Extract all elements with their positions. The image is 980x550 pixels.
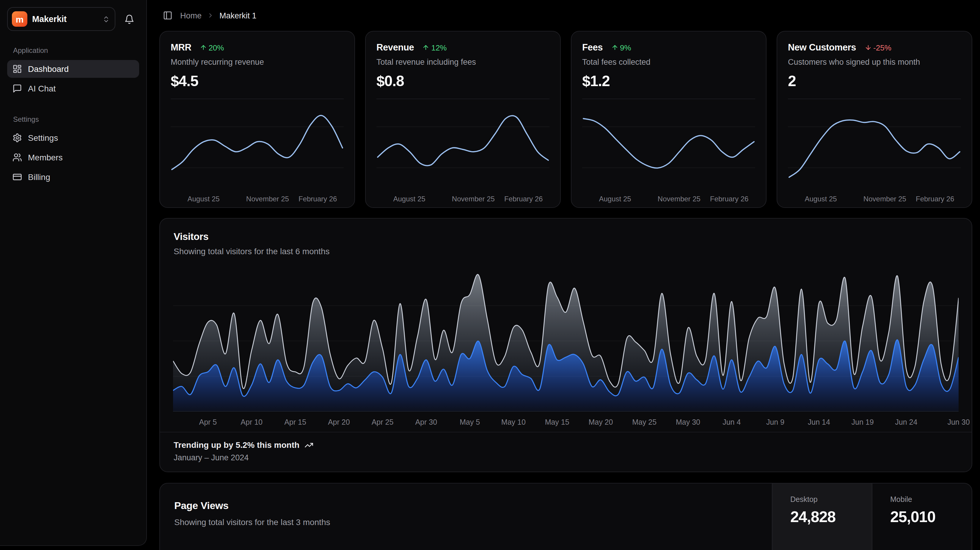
date-range-text: January – June 2024	[173, 453, 958, 462]
users-icon	[13, 153, 22, 162]
visitors-chart	[173, 270, 959, 412]
sidebar-item-billing[interactable]: Billing	[7, 168, 139, 186]
x-tick-label: February 26	[504, 195, 542, 203]
x-tick-label: Apr 15	[284, 418, 306, 426]
stat-title: Revenue	[376, 42, 414, 53]
x-tick-label: Jun 9	[766, 418, 784, 426]
x-tick-label: May 25	[632, 418, 657, 426]
sidebar-nav-application: Dashboard AI Chat	[7, 60, 139, 97]
notifications-button[interactable]	[119, 9, 139, 29]
trend-value: 12%	[431, 43, 447, 52]
workspace-selector[interactable]: m Makerkit	[7, 7, 115, 31]
stat-value: $4.5	[171, 73, 344, 90]
tab-mobile[interactable]: Mobile 25,010	[872, 483, 972, 550]
trend-value: 9%	[620, 43, 631, 52]
bell-icon	[124, 14, 134, 24]
sidebar-item-dashboard[interactable]: Dashboard	[7, 60, 139, 78]
page-views-title: Page Views	[174, 500, 757, 512]
x-tick-label: Jun 19	[851, 418, 874, 426]
arrow-down-icon	[864, 44, 872, 51]
x-tick-label: February 26	[299, 195, 337, 203]
sparkline-section: August 25 November 25 February 26	[171, 98, 344, 207]
dashboard-grid-icon	[13, 64, 22, 74]
x-tick-label: Apr 10	[240, 418, 262, 426]
sidebar-item-settings[interactable]: Settings	[7, 129, 139, 147]
x-tick-label: November 25	[864, 195, 906, 203]
tab-desktop[interactable]: Desktop 24,828	[772, 483, 872, 550]
sparkline-x-labels: August 25 November 25 February 26	[788, 192, 961, 207]
visitors-x-axis: Apr 5Apr 10Apr 15Apr 20Apr 25Apr 30May 5…	[173, 414, 959, 432]
sidebar-section-application: Application	[13, 46, 133, 55]
page-views-header: Page Views Showing total visitors for th…	[160, 483, 772, 550]
stat-title: MRR	[171, 42, 191, 53]
visitors-header: Visitors Showing total visitors for the …	[160, 231, 972, 256]
sidebar-item-label: Members	[28, 153, 63, 162]
makerkit-logo: m	[12, 11, 27, 27]
stat-card-new-customers: New Customers -25% Customers who signed …	[776, 31, 972, 208]
sparkline-chart	[171, 103, 344, 192]
trend-value: -25%	[873, 43, 891, 52]
panel-left-icon	[163, 11, 172, 20]
stat-card-revenue: Revenue 12% Total revenue including fees…	[365, 31, 561, 208]
stat-title: New Customers	[788, 42, 856, 53]
sparkline-chart	[788, 103, 961, 192]
workspace-row: m Makerkit	[7, 7, 139, 31]
x-tick-label: May 15	[545, 418, 570, 426]
x-tick-label: Apr 25	[372, 418, 394, 426]
x-tick-label: November 25	[452, 195, 495, 203]
visitors-title: Visitors	[173, 231, 958, 243]
x-tick-label: August 25	[599, 195, 631, 203]
x-tick-label: February 26	[916, 195, 954, 203]
sparkline-section: August 25 November 25 February 26	[788, 98, 961, 207]
sparkline-chart	[582, 103, 755, 192]
workspace-name: Makerkit	[32, 14, 97, 24]
sparkline-x-labels: August 25 November 25 February 26	[582, 192, 755, 207]
trend-badge: -25%	[864, 43, 891, 52]
x-tick-label: May 5	[460, 418, 480, 426]
stat-subtitle: Customers who signed up this month	[788, 58, 961, 67]
stat-value: $1.2	[582, 73, 755, 90]
sidebar-item-label: Billing	[28, 172, 50, 182]
breadcrumb: Home Makerkit 1	[159, 0, 972, 31]
sidebar-item-label: AI Chat	[28, 84, 56, 93]
x-tick-label: Jun 24	[895, 418, 917, 426]
sidebar-item-ai-chat[interactable]: AI Chat	[7, 79, 139, 97]
x-tick-label: August 25	[393, 195, 425, 203]
sidebar-item-members[interactable]: Members	[7, 149, 139, 166]
logo-letter: m	[16, 14, 24, 24]
trending-up-icon	[304, 441, 313, 449]
trend-badge: 9%	[611, 43, 631, 52]
tab-label: Mobile	[890, 495, 912, 504]
chevron-right-icon	[207, 12, 214, 19]
trend-value: 20%	[208, 43, 224, 52]
app-root: m Makerkit Application Dashboard	[0, 0, 980, 550]
tab-value: 24,828	[790, 508, 835, 526]
stat-value: $0.8	[376, 73, 549, 90]
x-tick-label: Apr 30	[415, 418, 437, 426]
trend-badge: 12%	[422, 43, 447, 52]
x-tick-label: May 10	[501, 418, 526, 426]
sparkline-x-labels: August 25 November 25 February 26	[376, 192, 549, 207]
trend-badge: 20%	[199, 43, 224, 52]
gear-icon	[13, 133, 22, 143]
stat-head: Revenue 12%	[376, 42, 549, 53]
breadcrumb-home[interactable]: Home	[180, 11, 202, 20]
sidebar-toggle-button[interactable]	[161, 8, 175, 22]
stat-subtitle: Monthly recurring revenue	[171, 58, 344, 67]
chevrons-up-down-icon	[102, 15, 110, 23]
stat-card-mrr: MRR 20% Monthly recurring revenue $4.5 A…	[159, 31, 355, 208]
x-tick-label: Jun 14	[808, 418, 830, 426]
tab-label: Desktop	[790, 495, 818, 504]
credit-card-icon	[13, 172, 22, 182]
x-tick-label: August 25	[805, 195, 837, 203]
x-tick-label: August 25	[188, 195, 220, 203]
tab-value: 25,010	[890, 508, 935, 526]
arrow-up-icon	[422, 44, 430, 51]
breadcrumb-current: Makerkit 1	[220, 11, 256, 20]
x-tick-label: Apr 5	[199, 418, 217, 426]
x-tick-label: May 30	[676, 418, 700, 426]
x-tick-label: Apr 20	[328, 418, 350, 426]
sparkline-section: August 25 November 25 February 26	[582, 98, 755, 207]
page-views-tabs: Desktop 24,828 Mobile 25,010	[772, 483, 972, 550]
arrow-up-icon	[199, 44, 207, 51]
